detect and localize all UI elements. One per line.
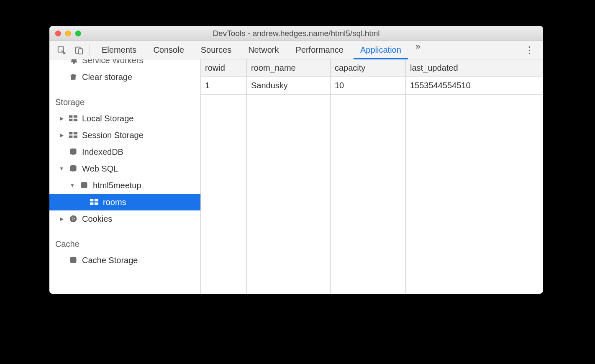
- sidebar-item-label: html5meetup: [93, 181, 141, 190]
- tab-sources[interactable]: Sources: [192, 41, 240, 59]
- svg-rect-7: [69, 132, 72, 135]
- sidebar-item-label: Web SQL: [82, 164, 118, 174]
- sidebar-item-label: IndexedDB: [82, 147, 123, 157]
- sidebar-item-label: Clear storage: [82, 72, 132, 82]
- gear-icon: [69, 59, 78, 64]
- table-icon: [90, 199, 99, 205]
- svg-rect-9: [69, 136, 72, 138]
- data-grid: rowid room_name capacity last_updated 1 …: [201, 59, 543, 294]
- svg-rect-4: [74, 115, 77, 118]
- tab-application[interactable]: Application: [352, 41, 410, 59]
- cell-rowid[interactable]: 1: [201, 77, 247, 95]
- tab-label: Console: [153, 45, 184, 55]
- svg-rect-16: [90, 203, 93, 205]
- toolbar-separator: [90, 44, 90, 56]
- svg-rect-17: [95, 203, 98, 205]
- application-sidebar: Service Workers Clear storage Storage ▶: [49, 59, 201, 294]
- sidebar-item-session-storage[interactable]: ▶ Session Storage: [49, 127, 200, 144]
- sidebar-item-websql[interactable]: ▼ Web SQL: [49, 160, 200, 177]
- tab-label: Performance: [296, 45, 344, 55]
- titlebar: DevTools - andrew.hedges.name/html5/sql.…: [49, 26, 543, 41]
- sidebar-item-label: Cache Storage: [82, 256, 138, 265]
- tab-elements[interactable]: Elements: [93, 41, 145, 59]
- svg-point-19: [72, 217, 73, 218]
- cell-capacity[interactable]: 10: [331, 77, 406, 95]
- cell-value: Sandusky: [251, 81, 288, 90]
- table-panel: rowid room_name capacity last_updated 1 …: [201, 59, 543, 294]
- divider: [49, 230, 200, 230]
- col-label: rowid: [205, 63, 225, 73]
- sidebar-item-cache-storage[interactable]: Cache Storage: [49, 252, 200, 269]
- chevron-down-icon: ▼: [69, 182, 75, 188]
- minimize-icon[interactable]: [65, 31, 71, 36]
- section-label: Cache: [55, 239, 80, 249]
- devtools-toolbar: Elements Console Sources Network Perform…: [49, 41, 543, 59]
- devtools-window: DevTools - andrew.hedges.name/html5/sql.…: [49, 26, 543, 294]
- chevron-right-icon: ▶: [59, 216, 64, 222]
- svg-rect-10: [74, 136, 77, 138]
- svg-rect-14: [90, 199, 93, 202]
- divider: [49, 88, 200, 88]
- sidebar-item-service-workers[interactable]: Service Workers: [49, 59, 200, 69]
- col-label: last_updated: [410, 63, 458, 73]
- sidebar-item-clear-storage[interactable]: Clear storage: [49, 69, 200, 85]
- main-area: Service Workers Clear storage Storage ▶: [49, 59, 543, 294]
- cell-value: 10: [335, 81, 344, 90]
- panel-tabs: Elements Console Sources Network Perform…: [93, 41, 426, 59]
- device-toolbar-icon[interactable]: [70, 44, 88, 56]
- cell-value: 1: [205, 81, 210, 90]
- cell-value: 1553544554510: [410, 81, 471, 90]
- sidebar-item-label: Local Storage: [82, 114, 133, 123]
- table-icon: [69, 132, 78, 138]
- tab-label: Sources: [201, 45, 231, 55]
- sidebar-item-label: rooms: [103, 197, 126, 207]
- grid-filler: [201, 95, 543, 294]
- trash-icon: [69, 73, 78, 81]
- cookie-icon: [69, 215, 78, 223]
- more-tabs-icon[interactable]: »: [410, 41, 426, 59]
- svg-point-20: [74, 218, 75, 219]
- table-icon: [69, 115, 78, 122]
- section-label: Storage: [55, 97, 85, 107]
- svg-rect-5: [69, 119, 72, 121]
- chevron-down-icon: ▼: [59, 166, 64, 172]
- col-header[interactable]: last_updated: [406, 59, 543, 77]
- svg-rect-15: [95, 199, 98, 202]
- tab-label: Elements: [102, 45, 136, 55]
- col-label: capacity: [335, 63, 365, 73]
- sidebar-item-local-storage[interactable]: ▶ Local Storage: [49, 110, 200, 127]
- chevron-right-icon: ▶: [59, 132, 64, 138]
- svg-rect-2: [79, 49, 82, 54]
- cell-last-updated[interactable]: 1553544554510: [406, 77, 543, 95]
- tab-performance[interactable]: Performance: [287, 41, 352, 59]
- sidebar-item-label: Session Storage: [82, 131, 144, 140]
- svg-rect-8: [74, 132, 77, 135]
- tab-network[interactable]: Network: [240, 41, 287, 59]
- sidebar-item-cookies[interactable]: ▶ Cookies: [49, 210, 200, 227]
- col-label: room_name: [251, 63, 296, 73]
- chevron-right-icon: ▶: [59, 115, 64, 121]
- col-header[interactable]: room_name: [247, 59, 331, 77]
- cell-room-name[interactable]: Sandusky: [247, 77, 331, 95]
- database-icon: [69, 148, 78, 156]
- sidebar-item-table-rooms[interactable]: rooms: [49, 194, 200, 210]
- tab-label: Application: [360, 45, 401, 55]
- sidebar-item-label: Service Workers: [82, 59, 143, 65]
- window-controls: [55, 31, 81, 36]
- zoom-icon[interactable]: [75, 31, 81, 36]
- inspect-element-icon[interactable]: [53, 44, 70, 56]
- col-header[interactable]: capacity: [331, 59, 406, 77]
- close-icon[interactable]: [55, 31, 61, 36]
- sidebar-item-label: Cookies: [82, 214, 112, 224]
- svg-rect-3: [69, 115, 72, 118]
- tab-label: Network: [248, 45, 279, 55]
- tab-console[interactable]: Console: [145, 41, 192, 59]
- sidebar-item-indexeddb[interactable]: IndexedDB: [49, 144, 200, 160]
- kebab-menu-icon[interactable]: ⋮: [519, 43, 540, 57]
- col-header[interactable]: rowid: [201, 59, 247, 77]
- svg-point-18: [70, 215, 77, 223]
- sidebar-item-database[interactable]: ▼ html5meetup: [49, 177, 200, 194]
- svg-rect-6: [74, 119, 77, 121]
- svg-point-21: [72, 219, 74, 220]
- sidebar-section-cache: Cache: [49, 236, 200, 252]
